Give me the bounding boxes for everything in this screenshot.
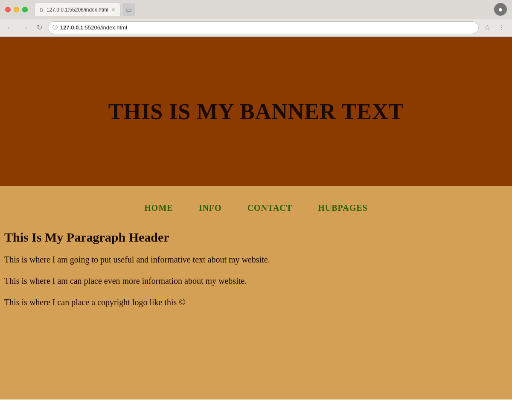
minimize-traffic-light[interactable] [14, 7, 19, 12]
profile-button[interactable]: ● [494, 3, 507, 16]
content-area: HOME INFO CONTACT HUBPAGES This Is My Pa… [0, 186, 512, 400]
reload-button[interactable]: ↻ [33, 22, 45, 34]
browser-chrome: 🗋 127.0.0.1:55206/index.html × ▭ ● ← → ↻… [0, 0, 512, 37]
paragraph-text-1: This is where I am going to put useful a… [4, 253, 508, 266]
nav-info-link[interactable]: INFO [199, 203, 222, 213]
banner-text: THIS IS MY BANNER TEXT [108, 99, 404, 124]
address-path: :55206/index.html [83, 24, 127, 31]
address-host: 127.0.0.1 [60, 24, 83, 31]
browser-toolbar: ← → ↻ ⓘ 127.0.0.1:55206/index.html ☆ ⋮ [0, 19, 512, 37]
info-icon: ⓘ [52, 24, 58, 31]
bookmark-button[interactable]: ☆ [481, 22, 493, 34]
new-tab-icon: ▭ [125, 6, 132, 14]
nav-home-link[interactable]: HOME [144, 203, 173, 213]
new-tab-button[interactable]: ▭ [122, 3, 135, 16]
website-content: THIS IS MY BANNER TEXT HOME INFO CONTACT… [0, 37, 512, 400]
tab-bar: 🗋 127.0.0.1:55206/index.html × ▭ [35, 3, 492, 16]
maximize-traffic-light[interactable] [22, 7, 28, 12]
profile-icon: ● [498, 5, 503, 14]
back-button[interactable]: ← [4, 22, 16, 34]
browser-titlebar: 🗋 127.0.0.1:55206/index.html × ▭ ● [0, 0, 512, 19]
traffic-lights [5, 7, 28, 12]
paragraph-text-3: This is where I can place a copyright lo… [4, 296, 508, 309]
banner: THIS IS MY BANNER TEXT [0, 37, 512, 186]
address-text: 127.0.0.1:55206/index.html [60, 24, 474, 31]
tab-title: 127.0.0.1:55206/index.html [47, 7, 108, 13]
tab-favicon-icon: 🗋 [39, 7, 44, 12]
paragraph-header: This Is My Paragraph Header [4, 230, 508, 245]
active-tab[interactable]: 🗋 127.0.0.1:55206/index.html × [35, 3, 121, 16]
address-bar[interactable]: ⓘ 127.0.0.1:55206/index.html [48, 21, 479, 34]
nav-hubpages-link[interactable]: HUBPAGES [318, 203, 368, 213]
tab-close-icon[interactable]: × [111, 6, 116, 13]
navigation-bar: HOME INFO CONTACT HUBPAGES [0, 199, 512, 217]
forward-button[interactable]: → [19, 22, 31, 34]
paragraph-text-2: This is where I am can place even more i… [4, 274, 508, 287]
paragraph-section: This Is My Paragraph Header This is wher… [0, 230, 512, 309]
close-traffic-light[interactable] [5, 7, 11, 12]
nav-contact-link[interactable]: CONTACT [247, 203, 293, 213]
menu-button[interactable]: ⋮ [496, 22, 508, 34]
